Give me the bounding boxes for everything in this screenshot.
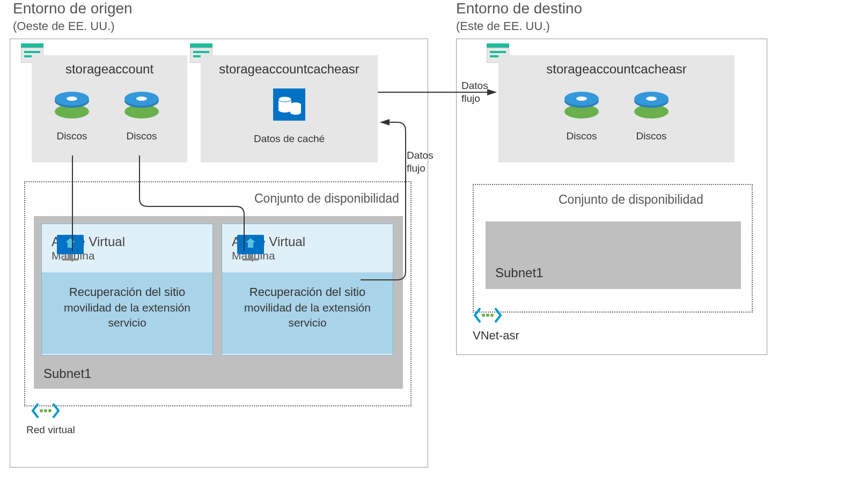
vm1-recovery-line3: servicio [42,316,212,329]
cache-data-icon [273,88,305,121]
target-vnet-label: VNet-asr [473,329,519,343]
vnet-icon [473,306,503,324]
disk-icon [563,90,600,120]
source-cache-box: storageaccountcacheasr Datos de caché [201,55,378,162]
disk-icon [123,90,160,120]
flow-label-1a: Datos [461,79,488,93]
vm1-recovery-line1: Recuperación del sitio [42,285,212,299]
svg-point-33 [44,409,47,412]
svg-rect-37 [490,51,506,53]
disk-icon [633,90,670,120]
svg-point-32 [40,409,43,412]
target-storage-box: storageaccountcacheasr Discos Discos [498,55,735,162]
svg-rect-35 [487,43,509,48]
source-vm2-box: Azure Virtual Máquina Recuperación del s… [222,224,393,355]
svg-rect-25 [68,254,73,258]
source-storage2-title: storageaccountcacheasr [201,62,378,77]
vm2-recovery-line1: Recuperación del sitio [222,285,393,299]
source-env-subtitle: (Oeste de EE. UU.) [13,19,115,33]
svg-rect-2 [24,51,40,53]
vm2-recovery-line2: movilidad de la extensión [222,301,393,314]
source-env-title: Entorno de origen [13,0,133,17]
svg-point-42 [576,97,587,101]
svg-point-49 [490,314,494,317]
svg-rect-0 [21,43,43,48]
flow-label-1b: flujo [461,92,480,106]
target-subnet-label: Subnet1 [495,265,543,280]
svg-point-7 [67,97,77,101]
svg-point-23 [290,110,301,115]
disk-label: Discos [633,130,670,142]
disk-icon [53,90,91,120]
flow-label-2a: Datos [407,149,434,162]
svg-rect-12 [190,43,212,48]
source-storage1-title: storageaccount [32,62,187,77]
source-availability-label: Conjunto de disponibilidad [254,191,399,206]
disk-label: Discos [53,130,91,142]
target-subnet-box: Subnet1 [486,221,741,289]
svg-point-46 [646,97,657,101]
source-vm1-box: Azure Virtual Máquina Recuperación del s… [41,224,213,355]
source-subnet-label: Subnet1 [43,366,91,381]
svg-rect-26 [62,258,78,261]
svg-point-34 [48,409,52,412]
target-env-box: storageaccountcacheasr Discos Discos Con… [456,39,767,355]
svg-rect-14 [193,51,209,53]
svg-point-19 [278,107,291,113]
vm2-recovery-line3: servicio [222,316,393,329]
svg-point-48 [486,314,489,317]
flow-label-2b: flujo [407,162,425,175]
cache-label: Datos de caché [201,133,378,145]
source-env-box: storageaccount Discos Discos [10,39,428,468]
source-vnet-label: Red virtual [26,424,75,436]
source-subnet-box: Subnet1 Azure Virtual Máquina [34,216,403,389]
vnet-icon [31,402,61,420]
target-env-subtitle: (Este de EE. UU.) [456,19,550,33]
target-env-title: Entorno de destino [456,0,582,17]
vm-icon [235,233,266,264]
vm-icon [55,233,86,264]
disk-label: Discos [563,130,600,142]
svg-point-11 [136,97,147,101]
vm1-recovery-line2: movilidad de la extensión [42,301,212,314]
svg-point-47 [482,314,485,317]
source-storageaccount-box: storageaccount Discos Discos [32,55,187,162]
svg-rect-30 [243,258,259,261]
target-storage-title: storageaccountcacheasr [498,62,735,77]
svg-rect-29 [248,254,253,258]
disk-label: Discos [123,130,160,142]
target-availability-label: Conjunto de disponibilidad [559,192,703,207]
